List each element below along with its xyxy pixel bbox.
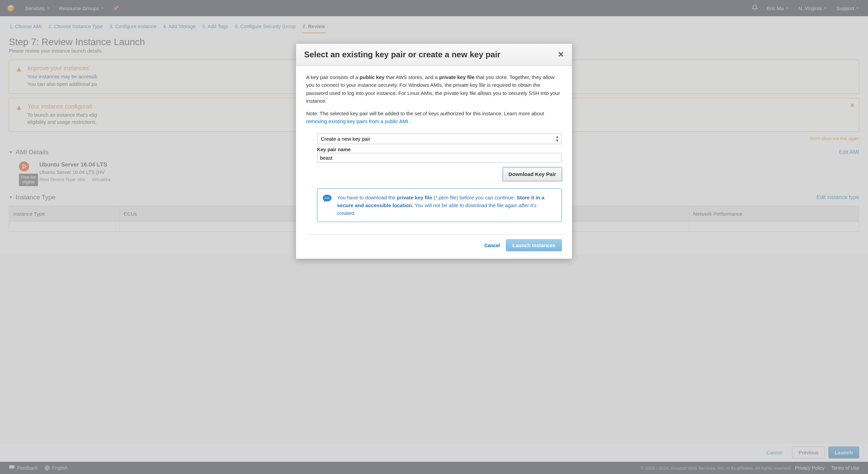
- modal-overlay: Select an existing key pair or create a …: [0, 0, 868, 474]
- download-warning-box: You have to download the private key fil…: [317, 189, 562, 222]
- modal-cancel-button[interactable]: Cancel: [484, 243, 500, 248]
- removing-key-pairs-link[interactable]: removing existing key pairs from a publi…: [306, 118, 408, 124]
- svg-point-12: [327, 197, 328, 198]
- modal-footer: Cancel Launch Instances: [296, 235, 572, 259]
- modal-form: Create a new key pair ▲▼ Key pair name D…: [296, 134, 572, 229]
- modal-title: Select an existing key pair or create a …: [304, 50, 558, 59]
- download-key-pair-button[interactable]: Download Key Pair: [503, 167, 562, 181]
- key-pair-name-input[interactable]: [317, 153, 562, 163]
- key-pair-mode-select[interactable]: Create a new key pair: [317, 134, 562, 144]
- svg-point-11: [325, 197, 326, 198]
- svg-point-13: [328, 197, 329, 198]
- key-pair-name-label: Key pair name: [317, 147, 562, 152]
- modal-body: A key pair consists of a public key that…: [296, 66, 572, 134]
- modal-header: Select an existing key pair or create a …: [296, 44, 572, 66]
- launch-instances-button[interactable]: Launch Instances: [506, 239, 562, 251]
- modal-close-icon[interactable]: ✕: [558, 50, 564, 59]
- speech-bubble-icon: [322, 194, 332, 203]
- key-pair-modal: Select an existing key pair or create a …: [296, 43, 572, 259]
